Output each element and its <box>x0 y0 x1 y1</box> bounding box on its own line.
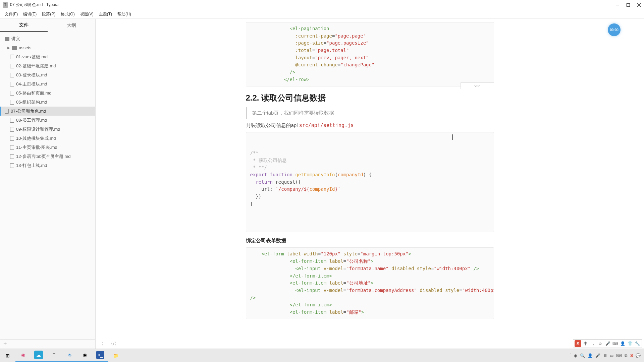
taskbar-terminal[interactable]: >_ <box>93 349 108 362</box>
ime-user-icon[interactable]: 👤 <box>620 341 626 347</box>
file-icon <box>10 64 14 68</box>
new-file-button[interactable]: + <box>3 341 7 348</box>
taskbar-start[interactable]: ⊞ <box>0 349 15 362</box>
tray-expand-icon[interactable]: ˆ <box>570 353 571 358</box>
file-icon <box>10 100 14 105</box>
minimize-button[interactable] <box>615 3 620 7</box>
file-icon <box>10 145 14 150</box>
tray-display-icon[interactable]: 🖥 <box>603 353 607 358</box>
folder-icon <box>12 46 17 50</box>
back-button[interactable]: 〈 <box>99 341 104 347</box>
menu-item-3[interactable]: 格式(O) <box>58 11 77 18</box>
file-icon <box>10 91 14 96</box>
file-item[interactable]: 02-基础环境搭建.md <box>0 61 95 70</box>
file-item[interactable]: 06-组织架构.md <box>0 98 95 107</box>
document-content[interactable]: <el-pagination :current-page="page.page"… <box>239 22 501 319</box>
desc-text: 封装读取公司信息的api <box>246 122 299 128</box>
tray-search-icon[interactable]: 🔍 <box>580 353 585 358</box>
titlebar: T 07-公司和角色.md - Typora <box>0 0 644 10</box>
folder-root[interactable]: 讲义 <box>0 34 95 43</box>
menubar: 文件(F)编辑(E)段落(P)格式(O)视图(V)主题(T)帮助(H) <box>0 10 644 19</box>
file-tree: 讲义 ▶ assets 01-vuex基础.md02-基础环境搭建.md03-登… <box>0 32 95 339</box>
file-item[interactable]: 10-其他模块集成.md <box>0 134 95 143</box>
file-icon <box>5 109 9 114</box>
ime-punct-icon[interactable]: '， <box>590 341 596 347</box>
file-label: 12-多语言tab页全屏主题.md <box>16 154 71 160</box>
file-item[interactable]: 13-打包上线.md <box>0 161 95 170</box>
file-icon <box>10 163 14 168</box>
file-item[interactable]: 01-vuex基础.md <box>0 52 95 61</box>
file-item[interactable]: 11-主页审批-图表.md <box>0 143 95 152</box>
tray-notifications-icon[interactable]: 💬 <box>636 353 641 358</box>
file-label: 10-其他模块集成.md <box>16 135 56 141</box>
taskbar-cloud[interactable]: ☁ <box>31 349 46 362</box>
sidebar: 文件 大纲 讲义 ▶ assets 01-vuex基础.md02-基础环境搭建.… <box>0 19 96 349</box>
taskbar-vscode[interactable]: ⬘ <box>62 349 77 362</box>
file-label: 05-路由和页面.md <box>16 90 51 96</box>
menu-item-2[interactable]: 段落(P) <box>39 11 58 18</box>
file-label: 11-主页审批-图表.md <box>16 144 57 150</box>
tray-mic-icon[interactable]: 🎤 <box>595 353 600 358</box>
sub-heading: 绑定公司表单数据 <box>246 238 494 244</box>
file-icon <box>10 82 14 86</box>
tray-app-icon[interactable]: ◉ <box>574 353 577 358</box>
code-block-pagination[interactable]: <el-pagination :current-page="page.page"… <box>246 22 494 86</box>
file-icon <box>10 127 14 132</box>
text-cursor <box>452 134 453 140</box>
tray-battery-icon[interactable]: ▭ <box>610 353 613 358</box>
taskbar-screenrec[interactable]: ◉ <box>15 349 31 362</box>
file-label: 03-登录模块.md <box>16 72 47 78</box>
file-item[interactable]: 12-多语言tab页全屏主题.md <box>0 152 95 161</box>
folder-assets[interactable]: ▶ assets <box>0 43 95 52</box>
folder-label: 讲义 <box>11 36 20 42</box>
sidebar-tab-outline[interactable]: 大纲 <box>48 19 95 32</box>
ime-skin-icon[interactable]: 👕 <box>627 341 633 347</box>
file-label: 01-vuex基础.md <box>16 54 48 60</box>
tray-sogou-icon[interactable]: S <box>630 353 633 358</box>
ime-lang[interactable]: 中 <box>583 341 589 347</box>
menu-item-4[interactable]: 视图(V) <box>77 11 96 18</box>
sidebar-tab-files[interactable]: 文件 <box>0 19 48 32</box>
ime-mic-icon[interactable]: 🎤 <box>605 341 611 347</box>
file-item[interactable]: 04-主页模块.md <box>0 79 95 88</box>
menu-item-6[interactable]: 帮助(H) <box>115 11 134 18</box>
sidebar-footer: + <box>0 339 95 349</box>
menu-item-0[interactable]: 文件(F) <box>2 11 20 18</box>
chevron-right-icon: ▶ <box>7 46 11 50</box>
close-button[interactable] <box>637 3 641 7</box>
file-item[interactable]: 05-路由和页面.md <box>0 88 95 98</box>
ime-keyboard-icon[interactable]: ⌨ <box>612 341 618 347</box>
tray-keyboard-icon[interactable]: ⌨ <box>616 353 622 358</box>
menu-item-1[interactable]: 编辑(E) <box>20 11 39 18</box>
file-item[interactable]: 03-登录模块.md <box>0 70 95 79</box>
file-icon <box>10 136 14 141</box>
file-item[interactable]: 07-公司和角色.md <box>0 107 95 116</box>
tray-people-icon[interactable]: 👤 <box>588 353 593 358</box>
ime-tool-icon[interactable]: 🔧 <box>634 341 640 347</box>
code-block-form[interactable]: <el-form label-width="120px" style="marg… <box>246 247 494 319</box>
ime-toolbar[interactable]: S 中 '， ☺ 🎤 ⌨ 👤 👕 🔧 <box>573 339 642 348</box>
editor-status-bar: 〈 〈/〉 <box>96 339 644 349</box>
paragraph: 封装读取公司信息的api src/api/setting.js <box>246 122 494 129</box>
maximize-button[interactable] <box>626 3 631 7</box>
file-label: 09-权限设计和管理.md <box>16 126 60 132</box>
code-block-api[interactable]: /** * 获取公司信息 * **/ export function getCo… <box>246 132 494 233</box>
window-title: 07-公司和角色.md - Typora <box>10 2 615 8</box>
ime-emoji-icon[interactable]: ☺ <box>597 341 603 347</box>
tray-link-icon[interactable]: ⧉ <box>625 353 628 358</box>
file-item[interactable]: 08-员工管理.md <box>0 116 95 125</box>
taskbar-explorer[interactable]: 📁 <box>108 349 123 362</box>
taskbar-typora[interactable]: T <box>46 349 62 362</box>
code-language-tab[interactable]: vue <box>461 82 494 89</box>
menu-item-5[interactable]: 主题(T) <box>96 11 115 18</box>
file-item[interactable]: 09-权限设计和管理.md <box>0 125 95 134</box>
folder-icon <box>5 37 9 41</box>
blockquote: 第二个tab页，我们同样需要读取数据 <box>246 107 494 119</box>
folder-label: assets <box>19 45 32 50</box>
system-tray[interactable]: ˆ ◉ 🔍 👤 🎤 🖥 ▭ ⌨ ⧉ S 💬 <box>567 353 644 358</box>
ime-sogou-icon[interactable]: S <box>575 340 581 347</box>
file-label: 07-公司和角色.md <box>11 108 46 114</box>
taskbar-chrome[interactable]: ◉ <box>77 349 93 362</box>
file-label: 08-员工管理.md <box>16 117 47 123</box>
source-mode-button[interactable]: 〈/〉 <box>108 341 119 347</box>
